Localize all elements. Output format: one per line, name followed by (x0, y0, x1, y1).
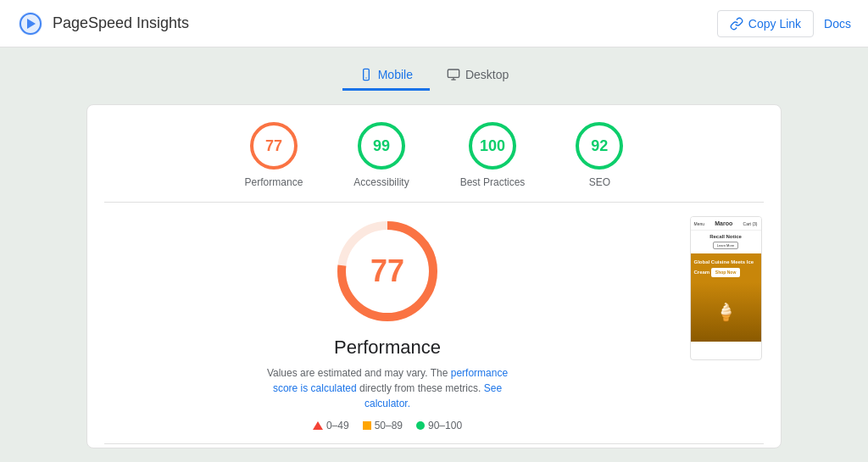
legend-square-icon (363, 421, 371, 430)
ad-shop-btn: Shop Now (711, 268, 740, 277)
ad-brand-text: Maroo (715, 220, 732, 226)
legend-pass: 90–100 (416, 420, 462, 431)
best-practices-circle: 100 (469, 122, 516, 170)
tabs-container: Mobile Desktop (342, 61, 526, 91)
score-legend: 0–49 50–89 90–100 (313, 420, 462, 431)
logo-area: PageSpeed Insights (17, 10, 189, 37)
ad-learn-more: Learn More (713, 242, 738, 249)
tab-mobile[interactable]: Mobile (342, 61, 430, 91)
tab-desktop-label: Desktop (465, 68, 509, 81)
performance-description: Values are estimated and may vary. The p… (260, 365, 515, 411)
score-best-practices: 100 Best Practices (460, 122, 526, 188)
best-practices-score: 100 (480, 137, 505, 155)
performance-label: Performance (245, 176, 303, 188)
performance-left: 77 Performance Values are estimated and … (104, 216, 670, 431)
perf-desc-text: Values are estimated and may vary. The (267, 367, 448, 379)
legend-dot-icon (416, 421, 425, 430)
metrics-section: METRICS Expand view First Contentful Pai… (104, 443, 764, 448)
header: PageSpeed Insights Copy Link Docs (0, 0, 868, 47)
legend-fail-range: 0–49 (326, 420, 349, 431)
copy-link-label: Copy Link (748, 17, 801, 31)
accessibility-label: Accessibility (353, 176, 409, 188)
mobile-icon (359, 68, 373, 81)
ad-area: Menu Maroo Cart (3) Recall Notice Learn … (687, 216, 764, 431)
score-summary: 77 Performance 99 Accessibility 100 Best… (104, 122, 764, 203)
header-actions: Copy Link Docs (717, 10, 851, 37)
ad-recall: Recall Notice Learn More (691, 231, 761, 253)
large-score-number: 77 (370, 253, 404, 289)
main-content: Mobile Desktop 77 Performance 99 (0, 47, 868, 462)
score-accessibility: 99 Accessibility (353, 122, 409, 188)
accessibility-score: 99 (373, 137, 390, 155)
desktop-icon (447, 68, 460, 81)
legend-average: 50–89 (363, 420, 403, 431)
score-seo: 92 SEO (576, 122, 623, 188)
accessibility-circle: 99 (358, 122, 405, 170)
logo-text: PageSpeed Insights (53, 14, 189, 32)
tab-desktop[interactable]: Desktop (430, 61, 526, 91)
ad-menu-text: Menu (694, 221, 705, 226)
best-practices-label: Best Practices (460, 176, 526, 188)
ad-mockup: Menu Maroo Cart (3) Recall Notice Learn … (690, 216, 762, 360)
legend-triangle-icon (313, 421, 323, 430)
perf-desc-mid: directly from these metrics. (359, 382, 481, 394)
seo-label: SEO (589, 176, 610, 188)
tab-mobile-label: Mobile (378, 68, 413, 81)
ad-product-image: 🍦 (691, 282, 761, 342)
results-card: 77 Performance 99 Accessibility 100 Best… (86, 104, 782, 448)
legend-fail: 0–49 (313, 420, 349, 431)
score-performance: 77 Performance (245, 122, 303, 188)
link-icon (730, 17, 743, 31)
performance-score: 77 (265, 137, 282, 155)
ad-cart-text: Cart (3) (743, 221, 758, 226)
ad-recall-title: Recall Notice (693, 234, 760, 239)
performance-title: Performance (334, 337, 441, 359)
legend-average-range: 50–89 (375, 420, 403, 431)
svg-point-2 (365, 77, 366, 78)
ad-banner: Global Cuisine Meets Ice Cream Shop Now (691, 253, 761, 282)
seo-circle: 92 (576, 122, 623, 170)
performance-circle: 77 (250, 122, 298, 170)
pagespeed-logo-icon (17, 10, 44, 37)
performance-section: 77 Performance Values are estimated and … (104, 216, 764, 431)
svg-rect-3 (448, 70, 459, 77)
legend-pass-range: 90–100 (428, 420, 462, 431)
ad-mockup-top: Menu Maroo Cart (3) (691, 217, 761, 231)
large-score-circle: 77 (332, 216, 442, 326)
copy-link-button[interactable]: Copy Link (717, 10, 814, 37)
docs-link[interactable]: Docs (824, 17, 851, 31)
seo-score: 92 (591, 137, 608, 155)
